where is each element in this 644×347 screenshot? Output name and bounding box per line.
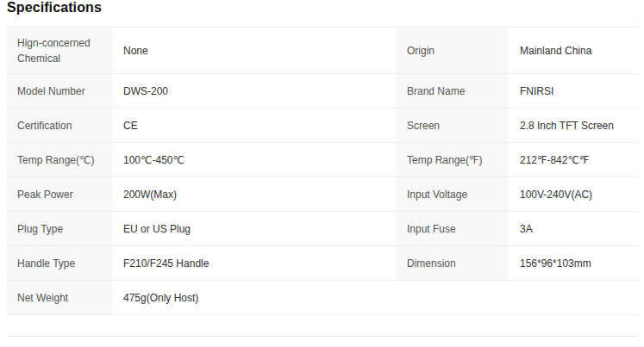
spec-label: Input Fuse bbox=[397, 212, 509, 245]
table-row: Handle Type F210/F245 Handle Dimension 1… bbox=[7, 246, 638, 281]
spec-label: Certification bbox=[7, 108, 112, 142]
spec-label: Net Weight bbox=[7, 281, 112, 314]
spec-value: 100V-240V(AC) bbox=[509, 177, 638, 211]
spec-label: Temp Range(℃) bbox=[7, 143, 112, 177]
table-row: Certification CE Screen 2.8 Inch TFT Scr… bbox=[7, 108, 638, 143]
spec-value-empty bbox=[509, 281, 638, 314]
spec-value: 200W(Max) bbox=[112, 177, 397, 211]
table-row: Model Number DWS-200 Brand Name FNIRSI bbox=[7, 74, 638, 108]
spec-value: 156*96*103mm bbox=[509, 246, 638, 280]
spec-label: Handle Type bbox=[7, 246, 112, 280]
spec-value: CE bbox=[112, 108, 397, 142]
spec-label: Screen bbox=[397, 108, 509, 142]
table-row: Plug Type EU or US Plug Input Fuse 3A bbox=[7, 212, 638, 246]
table-row: Net Weight 475g(Only Host) bbox=[7, 281, 638, 315]
spec-value: EU or US Plug bbox=[112, 212, 397, 245]
spec-label: Input Voltage bbox=[397, 177, 509, 211]
spec-value: 475g(Only Host) bbox=[112, 281, 397, 314]
table-row: Peak Power 200W(Max) Input Voltage 100V-… bbox=[7, 177, 638, 212]
spec-value: 100℃-450℃ bbox=[112, 143, 397, 177]
spec-value: 212℉-842℃℉ bbox=[509, 143, 638, 177]
spec-label: Model Number bbox=[7, 74, 112, 108]
table-row: Temp Range(℃) 100℃-450℃ Temp Range(℉) 21… bbox=[7, 143, 638, 177]
spec-label: Plug Type bbox=[7, 212, 112, 245]
spec-value: F210/F245 Handle bbox=[112, 246, 397, 280]
page-title: Specifications bbox=[7, 0, 102, 15]
specifications-page: Specifications Hign-concerned Chemical N… bbox=[0, 0, 644, 347]
spec-label: Hign-concerned Chemical bbox=[7, 28, 112, 73]
spec-value: Mainland China bbox=[509, 28, 638, 73]
spec-label: Peak Power bbox=[7, 177, 112, 211]
section-divider bbox=[7, 336, 638, 337]
spec-label-empty bbox=[397, 281, 509, 314]
spec-value: DWS-200 bbox=[112, 74, 397, 108]
spec-value: None bbox=[112, 28, 397, 73]
spec-value: 2.8 Inch TFT Screen bbox=[509, 108, 638, 142]
table-row: Hign-concerned Chemical None Origin Main… bbox=[7, 28, 638, 74]
specifications-table: Hign-concerned Chemical None Origin Main… bbox=[7, 27, 638, 315]
spec-label: Origin bbox=[397, 28, 509, 73]
spec-value: 3A bbox=[509, 212, 638, 245]
spec-label: Brand Name bbox=[397, 74, 509, 108]
spec-label: Temp Range(℉) bbox=[397, 143, 509, 177]
spec-value: FNIRSI bbox=[509, 74, 638, 108]
spec-label: Dimension bbox=[397, 246, 509, 280]
